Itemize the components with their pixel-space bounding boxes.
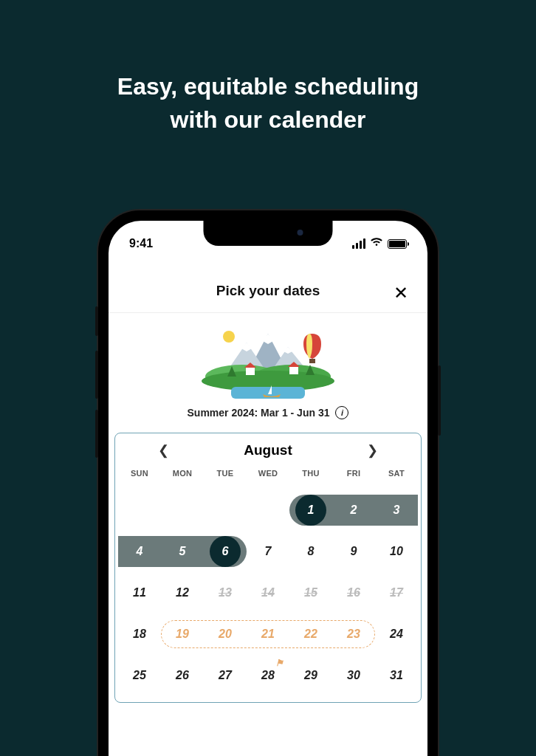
calendar-day[interactable]: 31 bbox=[375, 655, 418, 696]
calendar-row: 18192021222324 bbox=[118, 614, 418, 655]
svg-point-0 bbox=[223, 331, 235, 343]
calendar-day[interactable]: 11 bbox=[118, 572, 161, 614]
status-indicators bbox=[352, 237, 407, 250]
phone-screen: 9:41 Pick your dates ✕ bbox=[109, 221, 427, 756]
calendar-day[interactable]: 21 bbox=[247, 614, 289, 655]
calendar-day[interactable]: 15 bbox=[289, 572, 332, 614]
calendar-day[interactable]: 5 bbox=[161, 531, 204, 572]
calendar-dow: FRI bbox=[332, 469, 375, 478]
headline: Easy, equitable scheduling with our cale… bbox=[0, 0, 536, 137]
calendar-day[interactable]: 14 bbox=[247, 572, 289, 614]
calendar-day[interactable]: 8 bbox=[289, 531, 332, 572]
phone-notch bbox=[204, 221, 333, 246]
info-icon[interactable]: i bbox=[335, 406, 348, 419]
page-title: Pick your dates bbox=[109, 283, 427, 299]
calendar-row: 45678910 bbox=[118, 531, 418, 572]
headline-line2: with our calender bbox=[0, 103, 536, 137]
calendar-day[interactable]: 27 bbox=[204, 655, 247, 696]
calendar-day[interactable]: 12 bbox=[161, 572, 204, 614]
calendar-dow: SUN bbox=[118, 469, 161, 478]
svg-rect-13 bbox=[289, 367, 298, 374]
calendar-day[interactable]: 28⚑ bbox=[247, 655, 289, 696]
calendar-dow: WED bbox=[247, 469, 289, 478]
calendar-dow: SAT bbox=[375, 469, 418, 478]
next-month-icon[interactable]: ❯ bbox=[367, 442, 378, 458]
calendar-day[interactable]: 23 bbox=[332, 614, 375, 655]
calendar-day[interactable]: 22 bbox=[289, 614, 332, 655]
calendar-day[interactable]: 19 bbox=[161, 614, 204, 655]
phone-side-button bbox=[95, 410, 98, 458]
phone-side-button bbox=[95, 306, 98, 336]
headline-line1: Easy, equitable scheduling bbox=[0, 70, 536, 103]
calendar: ❮ August ❯ SUNMONTUEWEDTHUFRISAT 1234567… bbox=[114, 433, 422, 703]
calendar-day[interactable]: 25 bbox=[118, 655, 161, 696]
calendar-day[interactable]: 10 bbox=[375, 531, 418, 572]
page-header: Pick your dates ✕ bbox=[109, 256, 427, 313]
calendar-day[interactable]: 16 bbox=[332, 572, 375, 614]
calendar-day[interactable]: 4 bbox=[118, 531, 161, 572]
calendar-day[interactable]: 17 bbox=[375, 572, 418, 614]
calendar-nav: ❮ August ❯ bbox=[118, 442, 418, 469]
calendar-cell-empty bbox=[118, 489, 161, 531]
calendar-cell-empty bbox=[161, 489, 204, 531]
calendar-day[interactable]: 3 bbox=[375, 489, 418, 531]
prev-month-icon[interactable]: ❮ bbox=[158, 442, 169, 458]
calendar-day[interactable]: 26 bbox=[161, 655, 204, 696]
phone-side-button bbox=[95, 351, 98, 399]
season-line: Summer 2024: Mar 1 - Jun 31 i bbox=[109, 406, 427, 433]
svg-rect-11 bbox=[246, 368, 255, 375]
phone-side-button bbox=[438, 365, 441, 436]
calendar-day[interactable]: 1 bbox=[289, 489, 332, 531]
calendar-dow: TUE bbox=[204, 469, 247, 478]
status-time: 9:41 bbox=[129, 237, 153, 250]
calendar-header-row: SUNMONTUEWEDTHUFRISAT bbox=[118, 469, 418, 489]
calendar-day[interactable]: 20 bbox=[204, 614, 247, 655]
battery-icon bbox=[388, 239, 407, 249]
calendar-day[interactable]: 13 bbox=[204, 572, 247, 614]
cellular-icon bbox=[352, 238, 365, 249]
calendar-day[interactable]: 6 bbox=[204, 531, 247, 572]
calendar-body: 1234567891011121314151617181920212223242… bbox=[118, 489, 418, 696]
calendar-day[interactable]: 7 bbox=[247, 531, 289, 572]
calendar-cell-empty bbox=[247, 489, 289, 531]
calendar-day[interactable]: 18 bbox=[118, 614, 161, 655]
flag-icon: ⚑ bbox=[275, 658, 284, 668]
calendar-day[interactable]: 24 bbox=[375, 614, 418, 655]
svg-rect-7 bbox=[309, 359, 315, 363]
season-illustration bbox=[198, 326, 338, 400]
calendar-dow: MON bbox=[161, 469, 204, 478]
calendar-day[interactable]: 29 bbox=[289, 655, 332, 696]
season-text: Summer 2024: Mar 1 - Jun 31 bbox=[188, 407, 330, 419]
close-icon[interactable]: ✕ bbox=[394, 283, 408, 303]
calendar-dow: THU bbox=[289, 469, 332, 478]
phone-frame: 9:41 Pick your dates ✕ bbox=[98, 210, 438, 756]
calendar-day[interactable]: 30 bbox=[332, 655, 375, 696]
calendar-cell-empty bbox=[204, 489, 247, 531]
wifi-icon bbox=[370, 237, 383, 250]
calendar-month: August bbox=[244, 442, 292, 458]
calendar-row: 11121314151617 bbox=[118, 572, 418, 614]
calendar-day[interactable]: 2 bbox=[332, 489, 375, 531]
calendar-row: 25262728⚑293031 bbox=[118, 655, 418, 696]
calendar-row: 123 bbox=[118, 489, 418, 531]
calendar-day[interactable]: 9 bbox=[332, 531, 375, 572]
